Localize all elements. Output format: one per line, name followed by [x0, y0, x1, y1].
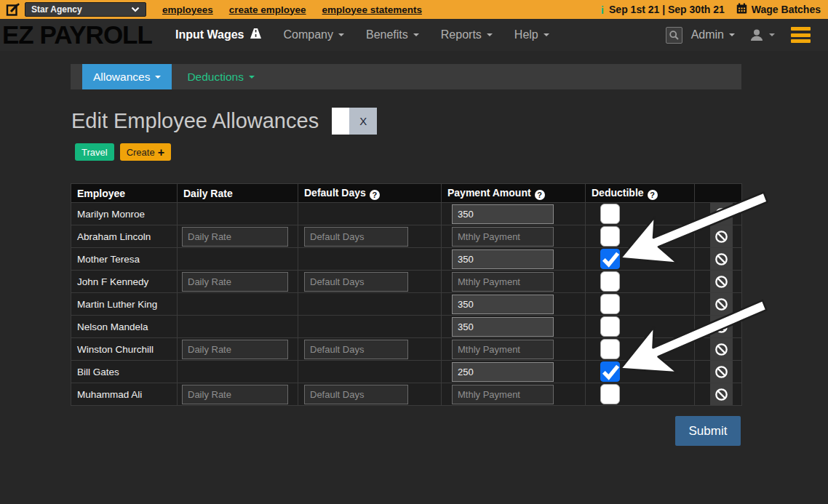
nav-item-benefits[interactable]: Benefits	[366, 28, 419, 41]
payment-amount-input[interactable]	[452, 362, 554, 382]
search-icon	[669, 30, 680, 41]
deductible-checkbox[interactable]	[600, 226, 620, 247]
caret-down-icon	[729, 33, 735, 36]
table-row: Winston Churchill	[71, 338, 742, 361]
remove-allowance-button[interactable]	[710, 225, 733, 247]
page-title: Edit Employee Allowances	[71, 109, 319, 133]
create-allowance-button[interactable]: Create +	[120, 143, 171, 161]
remove-allowance-button[interactable]	[710, 338, 733, 360]
table-row: Marilyn Monroe	[71, 203, 742, 225]
daily-rate-input[interactable]	[182, 272, 288, 292]
tab-deductions[interactable]: Deductions	[176, 64, 266, 89]
caret-down-icon	[338, 33, 344, 36]
nav-item-company[interactable]: Company	[284, 28, 344, 41]
table-row: John F Kennedy	[71, 271, 742, 293]
calendar-icon	[736, 3, 747, 17]
help-icon[interactable]: ?	[370, 190, 380, 200]
employee-name: Winston Churchill	[77, 344, 154, 355]
deductible-checkbox[interactable]	[600, 294, 620, 314]
col-header-payment-amount: Payment Amount	[447, 187, 531, 199]
caret-down-icon	[487, 33, 493, 36]
payment-amount-input[interactable]	[452, 272, 554, 292]
ban-icon	[714, 343, 728, 356]
default-days-input[interactable]	[304, 227, 408, 247]
check-icon	[601, 250, 619, 268]
travel-allowance-button[interactable]: Travel	[75, 143, 114, 161]
employee-name: Muhammad Ali	[77, 389, 142, 400]
payment-amount-input[interactable]	[452, 249, 554, 269]
deductible-checkbox[interactable]	[600, 361, 620, 382]
caret-down-icon	[769, 33, 775, 36]
remove-allowance-button[interactable]	[710, 248, 733, 270]
daily-rate-input[interactable]	[182, 340, 288, 359]
nav-item-reports[interactable]: Reports	[441, 28, 493, 41]
default-days-input[interactable]	[304, 340, 408, 359]
link-employee-statements[interactable]: employee statements	[322, 4, 422, 15]
ban-icon	[714, 320, 728, 334]
employee-name: Abraham Lincoln	[77, 231, 151, 242]
table-row: Mother Teresa	[71, 248, 742, 271]
caret-down-icon	[249, 76, 255, 79]
road-icon	[250, 28, 262, 42]
payment-amount-input[interactable]	[452, 340, 554, 359]
admin-menu[interactable]: Admin	[691, 28, 735, 41]
remove-allowance-button[interactable]	[710, 383, 733, 405]
nav-menu: Input Wages Company Benefits Reports Hel…	[175, 28, 571, 42]
wage-batches-link[interactable]: Wage Batches	[752, 4, 821, 15]
employee-name: Bill Gates	[77, 367, 119, 377]
remove-allowance-button[interactable]	[710, 316, 733, 337]
close-x-label: X	[349, 108, 377, 135]
table-body: Marilyn Monroe Abraham Lincoln	[71, 203, 742, 406]
ban-icon	[714, 297, 728, 311]
employee-name: John F Kennedy	[77, 276, 148, 287]
search-button[interactable]	[666, 27, 682, 44]
ban-icon	[714, 388, 728, 401]
col-header-deductible: Deductible	[592, 187, 644, 199]
close-button[interactable]: X	[332, 108, 377, 135]
daily-rate-input[interactable]	[182, 385, 288, 404]
col-header-employee: Employee	[77, 188, 125, 199]
deductible-checkbox[interactable]	[600, 316, 620, 337]
remove-allowance-button[interactable]	[710, 361, 733, 383]
edit-pencil-icon[interactable]	[6, 2, 20, 17]
help-icon[interactable]: ?	[535, 190, 545, 200]
deductible-checkbox[interactable]	[600, 339, 620, 359]
nav-item-help[interactable]: Help	[514, 28, 549, 41]
submit-button[interactable]: Submit	[675, 416, 741, 446]
tab-allowances[interactable]: Allowances	[82, 64, 172, 89]
chevron-down-icon	[131, 4, 140, 15]
payment-amount-input[interactable]	[452, 385, 554, 404]
info-icon[interactable]: i	[601, 4, 604, 16]
ban-icon	[714, 207, 728, 221]
user-menu[interactable]	[749, 28, 775, 41]
default-days-input[interactable]	[304, 272, 408, 292]
remove-allowance-button[interactable]	[710, 203, 733, 225]
payment-amount-input[interactable]	[452, 204, 554, 224]
default-days-input[interactable]	[304, 385, 408, 404]
allowance-deduction-tabs: Allowances Deductions	[71, 64, 741, 89]
link-create-employee[interactable]: create employee	[229, 4, 306, 15]
caret-down-icon	[544, 33, 549, 36]
remove-allowance-button[interactable]	[710, 271, 733, 292]
pay-period-dates: Sep 1st 21 | Sep 30th 21	[609, 4, 725, 15]
deductible-checkbox[interactable]	[600, 249, 620, 269]
payment-amount-input[interactable]	[452, 227, 554, 247]
payment-amount-input[interactable]	[452, 295, 554, 314]
remove-allowance-button[interactable]	[710, 293, 733, 315]
table-row: Nelson Mandela	[71, 316, 742, 338]
nav-item-input-wages[interactable]: Input Wages	[175, 28, 262, 42]
link-employees[interactable]: employees	[162, 4, 213, 15]
daily-rate-input[interactable]	[182, 227, 288, 247]
payment-amount-input[interactable]	[452, 317, 554, 337]
deductible-checkbox[interactable]	[600, 384, 620, 404]
help-icon[interactable]: ?	[648, 190, 658, 200]
hamburger-menu-icon[interactable]	[791, 27, 811, 43]
check-icon	[601, 363, 619, 380]
deductible-checkbox[interactable]	[600, 204, 620, 224]
agency-select-value: Star Agency	[31, 4, 82, 15]
deductible-checkbox[interactable]	[600, 271, 620, 292]
ban-icon	[714, 275, 728, 289]
main-navbar: EZ PAYROLL Input Wages Company Benefits …	[0, 19, 828, 51]
table-row: Bill Gates	[71, 361, 742, 383]
agency-select[interactable]: Star Agency	[25, 2, 146, 17]
